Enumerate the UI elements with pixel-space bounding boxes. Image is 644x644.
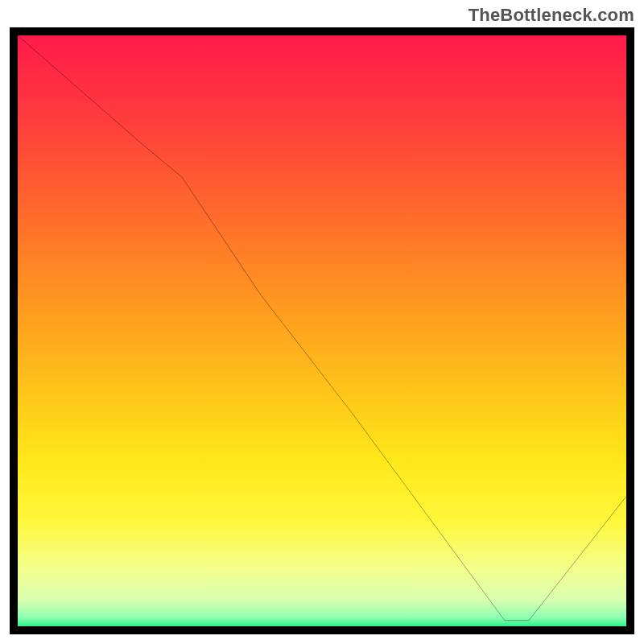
curve-path (18, 35, 626, 621)
bottleneck-curve (18, 35, 626, 626)
chart-stage: TheBottleneck.com (0, 0, 644, 644)
plot-area (18, 35, 626, 626)
plot-frame (10, 27, 634, 634)
watermark-text: TheBottleneck.com (469, 5, 634, 26)
